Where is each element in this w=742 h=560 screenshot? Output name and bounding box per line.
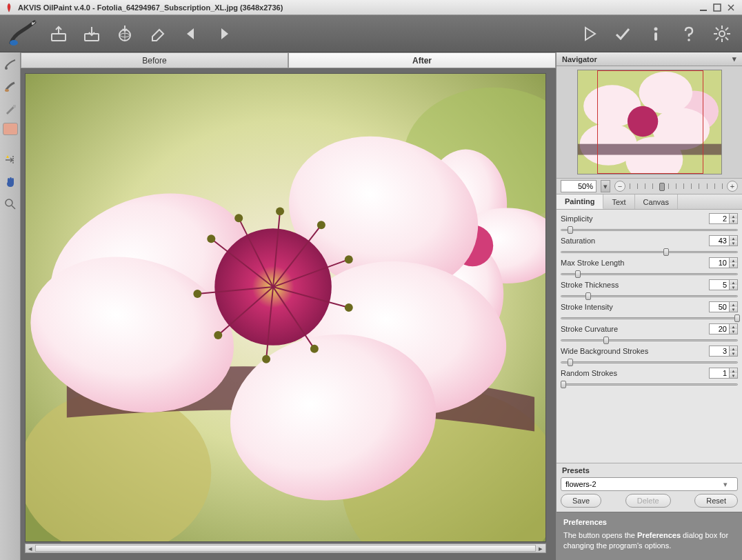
svg-point-54	[262, 355, 270, 363]
param-label-strokeIntensity: Stroke Intensity	[561, 303, 709, 311]
brush-logo-icon	[7, 18, 39, 50]
svg-point-8	[688, 39, 690, 41]
canvas-area: Before After	[21, 52, 556, 560]
tab-painting[interactable]: Painting	[556, 194, 603, 209]
horizontal-scrollbar[interactable]: ◂ ▸	[25, 543, 546, 553]
param-value-randomStrokes[interactable]: 1	[709, 368, 730, 379]
help-button[interactable]	[676, 21, 702, 47]
svg-point-48	[234, 214, 243, 222]
eraser-button[interactable]	[145, 21, 171, 47]
svg-rect-20	[13, 105, 16, 108]
view-tabs: Before After	[21, 52, 556, 69]
apply-button[interactable]	[610, 21, 636, 47]
param-value-saturation[interactable]: 43	[709, 235, 730, 246]
direction-tool[interactable]	[2, 152, 19, 168]
param-slider-saturation[interactable]	[561, 248, 738, 256]
presets-title: Presets	[561, 465, 738, 477]
param-stepper-saturation[interactable]: ▲▼	[730, 235, 738, 246]
param-value-maxStrokeLength[interactable]: 10	[709, 257, 730, 268]
param-label-randomStrokes: Random Strokes	[561, 369, 709, 377]
navigator-viewport-rect[interactable]	[597, 70, 703, 174]
navigator-preview[interactable]	[556, 66, 742, 178]
svg-point-53	[310, 345, 319, 353]
tab-after[interactable]: After	[288, 52, 556, 68]
help-title: Preferences	[563, 518, 735, 526]
save-button[interactable]	[79, 21, 105, 47]
param-label-strokeCurvature: Stroke Curvature	[561, 325, 709, 333]
hand-tool[interactable]	[2, 174, 19, 190]
open-button[interactable]	[46, 21, 72, 47]
param-slider-strokeCurvature[interactable]	[561, 336, 738, 344]
export-button[interactable]	[112, 21, 138, 47]
param-stepper-randomStrokes[interactable]: ▲▼	[730, 368, 738, 379]
zoom-tool[interactable]	[2, 196, 19, 212]
color-swatch[interactable]	[3, 123, 18, 135]
param-stepper-simplicity[interactable]: ▲▼	[730, 213, 738, 224]
tab-canvas[interactable]: Canvas	[635, 194, 678, 209]
preset-dropdown-icon[interactable]: ▾	[723, 480, 733, 489]
param-stepper-strokeThickness[interactable]: ▲▼	[730, 279, 738, 290]
navigator-title: Navigator	[562, 55, 597, 63]
svg-line-17	[716, 37, 719, 40]
param-label-wideBgStrokes: Wide Background Strokes	[561, 347, 709, 355]
scroll-right-icon[interactable]: ▸	[536, 544, 545, 552]
forward-button[interactable]	[211, 21, 237, 47]
svg-point-47	[207, 234, 215, 243]
preset-select[interactable]: flowers-2 ▾	[561, 477, 738, 491]
preset-delete-button[interactable]: Delete	[625, 494, 671, 508]
scroll-left-icon[interactable]: ◂	[26, 544, 35, 552]
maximize-button[interactable]	[710, 2, 724, 13]
param-slider-wideBgStrokes[interactable]	[561, 358, 738, 366]
svg-point-50	[317, 221, 325, 229]
param-value-strokeThickness[interactable]: 5	[709, 279, 730, 290]
smudge-tool[interactable]	[2, 79, 19, 95]
param-slider-simplicity[interactable]	[561, 226, 738, 234]
help-text: The button opens the Preferences dialog …	[563, 530, 735, 550]
info-button[interactable]	[643, 21, 669, 47]
param-slider-strokeIntensity[interactable]	[561, 314, 738, 322]
param-label-simplicity: Simplicity	[561, 214, 709, 223]
svg-point-6	[654, 27, 658, 30]
tab-before[interactable]: Before	[21, 52, 288, 68]
history-brush-tool[interactable]	[2, 101, 19, 117]
zoom-value[interactable]: 50%	[561, 180, 596, 192]
zoom-controls: 50% ▾ − +	[556, 178, 742, 194]
app-icon	[4, 3, 14, 12]
navigator-menu-icon[interactable]: ▾	[732, 54, 736, 63]
param-stepper-strokeIntensity[interactable]: ▲▼	[730, 301, 738, 312]
main-canvas[interactable]	[25, 73, 546, 542]
param-value-strokeIntensity[interactable]: 50	[709, 301, 730, 312]
preset-save-button[interactable]: Save	[561, 494, 601, 508]
param-tabs: Painting Text Canvas	[556, 194, 742, 210]
navigator-header: Navigator ▾	[556, 52, 742, 66]
param-slider-strokeThickness[interactable]	[561, 292, 738, 300]
top-toolbar	[0, 15, 742, 52]
param-stepper-strokeCurvature[interactable]: ▲▼	[730, 323, 738, 334]
zoom-dropdown-icon[interactable]: ▾	[601, 180, 610, 192]
preferences-button[interactable]	[709, 21, 735, 47]
minimize-button[interactable]	[696, 2, 710, 13]
svg-point-18	[5, 67, 8, 70]
param-stepper-wideBgStrokes[interactable]: ▲▼	[730, 346, 738, 357]
close-button[interactable]	[724, 2, 738, 13]
back-button[interactable]	[178, 21, 204, 47]
param-slider-maxStrokeLength[interactable]	[561, 270, 738, 278]
param-value-wideBgStrokes[interactable]: 3	[709, 346, 730, 357]
zoom-out-button[interactable]: −	[614, 181, 625, 192]
quick-preview-tool[interactable]	[2, 57, 19, 73]
svg-rect-1	[714, 4, 721, 11]
title-bar: AKVIS OilPaint v.4.0 - Fotolia_64294967_…	[0, 0, 742, 15]
svg-point-9	[719, 31, 725, 37]
svg-rect-0	[700, 10, 707, 11]
param-slider-randomStrokes[interactable]	[561, 380, 738, 388]
param-value-simplicity[interactable]: 2	[709, 213, 730, 224]
param-stepper-maxStrokeLength[interactable]: ▲▼	[730, 257, 738, 268]
tab-text[interactable]: Text	[603, 194, 634, 209]
svg-line-14	[716, 28, 719, 30]
zoom-in-button[interactable]: +	[727, 181, 738, 192]
zoom-slider[interactable]	[630, 181, 723, 191]
preset-reset-button[interactable]: Reset	[694, 494, 738, 508]
left-toolbar	[0, 52, 21, 560]
run-button[interactable]	[576, 21, 603, 47]
param-value-strokeCurvature[interactable]: 20	[709, 323, 730, 334]
